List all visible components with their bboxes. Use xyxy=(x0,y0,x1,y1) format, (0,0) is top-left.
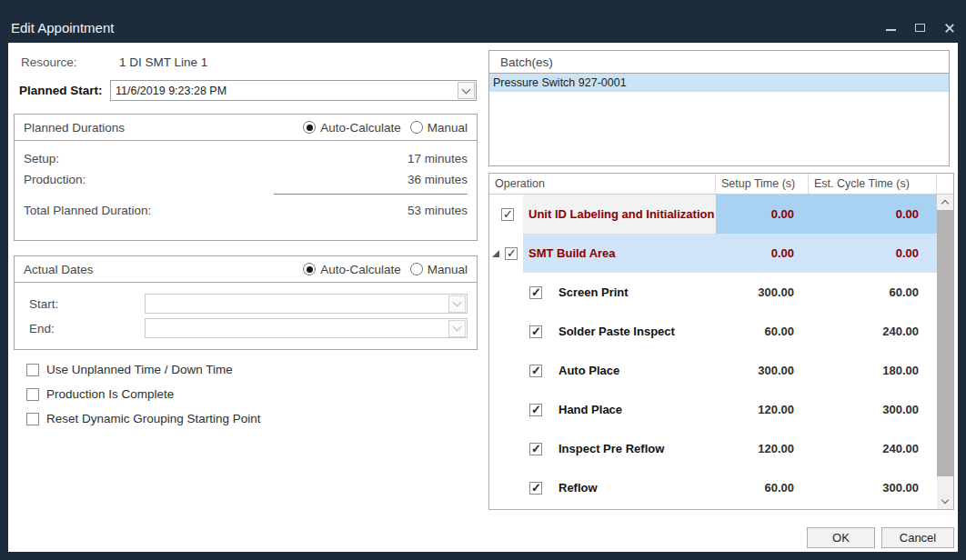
row-gutter xyxy=(489,234,523,273)
window-title: Edit Appointment xyxy=(11,20,114,35)
table-row[interactable]: SMT Build Area 0.00 0.00 xyxy=(489,234,953,273)
actual-end-label: End: xyxy=(29,322,145,335)
actual-dates-title: Actual Dates xyxy=(24,263,303,276)
actual-start-row: Start: xyxy=(24,294,468,314)
total-duration-value: 53 minutes xyxy=(408,204,468,217)
actual-dates-header: Actual Dates Auto-Calculate Manual xyxy=(15,256,477,283)
setup-time-value: 120.00 xyxy=(716,429,809,468)
actual-end-dropdown-button[interactable] xyxy=(448,320,466,337)
planned-durations-auto-radio[interactable]: Auto-Calculate xyxy=(303,121,401,135)
setup-time-value: 300.00 xyxy=(716,273,809,312)
setup-duration-label: Setup: xyxy=(24,152,59,165)
operation-name: Screen Print xyxy=(558,285,629,299)
minimize-button[interactable] xyxy=(884,22,897,33)
planned-start-dropdown-button[interactable] xyxy=(458,82,475,99)
chevron-down-icon xyxy=(453,323,462,332)
reset-dynamic-grouping-label: Reset Dynamic Grouping Starting Point xyxy=(46,412,261,425)
expander-expanded-icon[interactable] xyxy=(492,250,499,257)
total-duration-label: Total Planned Duration: xyxy=(24,204,151,217)
scroll-up-button[interactable] xyxy=(937,195,953,210)
table-row[interactable]: Hand Place 120.00 300.00 xyxy=(489,390,953,429)
table-row[interactable]: Reflow 60.00 300.00 xyxy=(489,468,953,507)
chevron-down-icon xyxy=(941,496,949,504)
operation-name: Unit ID Labeling and Initialization xyxy=(528,207,714,221)
scroll-down-button[interactable] xyxy=(937,494,953,509)
reset-dynamic-grouping-checkbox[interactable]: Reset Dynamic Grouping Starting Point xyxy=(26,412,261,425)
radio-selected-icon xyxy=(303,263,316,275)
planned-start-value: 11/6/2019 9:23:28 PM xyxy=(111,85,457,97)
maximize-icon xyxy=(915,24,925,32)
planned-durations-manual-radio[interactable]: Manual xyxy=(410,121,468,135)
checkbox-checked-icon[interactable] xyxy=(529,404,542,416)
cancel-button[interactable]: Cancel xyxy=(881,527,954,548)
planned-durations-groupbox: Planned Durations Auto-Calculate Manual … xyxy=(14,114,478,241)
chevron-up-icon xyxy=(941,200,949,207)
actual-start-combobox[interactable] xyxy=(145,294,468,314)
table-row[interactable]: Inspect Pre Reflow 120.00 240.00 xyxy=(489,429,953,468)
operations-table-header: Operation Setup Time (s) Est. Cycle Time… xyxy=(489,174,953,195)
checkbox-checked-icon[interactable] xyxy=(501,208,514,221)
row-gutter xyxy=(489,390,523,429)
setup-time-value: 60.00 xyxy=(716,312,809,351)
table-row[interactable]: Solder Paste Inspect 60.00 240.00 xyxy=(489,312,953,351)
checkbox-checked-icon[interactable] xyxy=(529,325,542,338)
titlebar: Edit Appointment xyxy=(0,0,966,43)
planned-durations-mode-group: Auto-Calculate Manual xyxy=(303,121,468,135)
row-gutter xyxy=(489,273,523,312)
ok-button[interactable]: OK xyxy=(807,527,875,548)
checkbox-unchecked-icon xyxy=(26,364,39,376)
operation-name: Inspect Pre Reflow xyxy=(558,442,664,455)
use-unplanned-time-checkbox[interactable]: Use Unplanned Time / Down Time xyxy=(26,363,233,376)
use-unplanned-time-label: Use Unplanned Time / Down Time xyxy=(46,363,233,376)
radio-unselected-icon xyxy=(410,263,423,275)
close-button[interactable] xyxy=(942,22,955,33)
actual-dates-manual-radio[interactable]: Manual xyxy=(410,263,468,276)
operations-table: Operation Setup Time (s) Est. Cycle Time… xyxy=(488,173,954,510)
column-header-operation[interactable]: Operation xyxy=(489,174,716,194)
actual-start-dropdown-button[interactable] xyxy=(448,295,466,313)
setup-time-value: 120.00 xyxy=(716,390,809,429)
total-separator xyxy=(274,194,468,195)
checkbox-checked-icon[interactable] xyxy=(505,247,518,260)
planned-durations-title: Planned Durations xyxy=(24,121,303,135)
actual-end-combobox[interactable] xyxy=(145,318,468,338)
scrollbar-thumb[interactable] xyxy=(937,210,953,476)
operation-name: SMT Build Area xyxy=(528,246,616,260)
cycle-time-value: 180.00 xyxy=(809,351,939,390)
planned-durations-body: Setup: 17 minutes Production: 36 minutes… xyxy=(15,141,477,217)
setup-time-value: 0.00 xyxy=(716,195,809,234)
table-row[interactable]: Screen Print 300.00 60.00 xyxy=(489,273,953,312)
actual-start-label: Start: xyxy=(29,297,145,311)
chevron-down-icon xyxy=(462,85,471,94)
batch-list-item[interactable]: Pressure Switch 927-0001 xyxy=(489,74,949,92)
planned-start-combobox[interactable]: 11/6/2019 9:23:28 PM xyxy=(110,80,477,101)
resource-value: 1 DI SMT Line 1 xyxy=(119,55,207,69)
table-row[interactable]: Unit ID Labeling and Initialization 0.00… xyxy=(489,195,953,234)
checkbox-checked-icon[interactable] xyxy=(529,286,542,299)
setup-duration-row: Setup: 17 minutes xyxy=(24,152,468,165)
operation-name: Hand Place xyxy=(558,403,622,416)
column-header-setup-time[interactable]: Setup Time (s) xyxy=(716,174,809,194)
cycle-time-value: 0.00 xyxy=(809,195,939,234)
checkbox-unchecked-icon xyxy=(26,388,39,401)
column-header-spacer xyxy=(937,174,953,194)
actual-dates-auto-radio[interactable]: Auto-Calculate xyxy=(303,263,401,276)
table-row[interactable]: Auto Place 300.00 180.00 xyxy=(489,351,953,390)
checkbox-checked-icon[interactable] xyxy=(529,365,542,377)
actual-dates-groupbox: Actual Dates Auto-Calculate Manual Start… xyxy=(14,255,478,350)
cycle-time-value: 300.00 xyxy=(809,390,939,429)
checkbox-checked-icon[interactable] xyxy=(529,443,542,455)
total-duration-row: Total Planned Duration: 53 minutes xyxy=(24,204,468,217)
batches-panel: Batch(es) Pressure Switch 927-0001 xyxy=(488,50,950,166)
maximize-button[interactable] xyxy=(913,22,926,33)
production-duration-value: 36 minutes xyxy=(408,173,468,186)
checkbox-checked-icon[interactable] xyxy=(529,482,542,495)
vertical-scrollbar[interactable] xyxy=(937,195,953,509)
operation-name: Reflow xyxy=(558,481,598,495)
production-is-complete-checkbox[interactable]: Production Is Complete xyxy=(26,387,174,401)
window-controls xyxy=(884,22,955,33)
column-header-est-cycle-time[interactable]: Est. Cycle Time (s) xyxy=(809,174,937,194)
radio-selected-icon xyxy=(303,121,316,134)
actual-dates-mode-group: Auto-Calculate Manual xyxy=(303,263,468,276)
production-duration-label: Production: xyxy=(24,173,86,186)
